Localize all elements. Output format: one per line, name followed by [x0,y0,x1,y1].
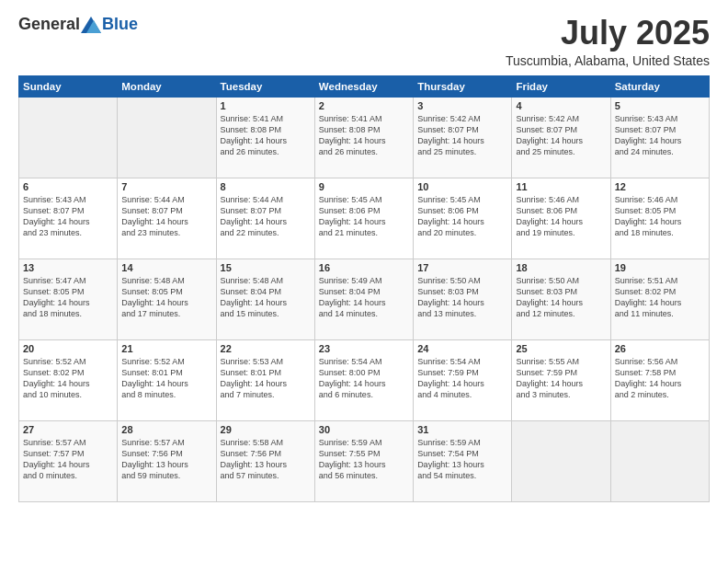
calendar-table: Sunday Monday Tuesday Wednesday Thursday… [18,75,710,502]
day-content: Sunrise: 5:42 AM Sunset: 8:07 PM Dayligh… [417,113,507,158]
table-row: 8Sunrise: 5:44 AM Sunset: 8:07 PM Daylig… [216,178,314,259]
day-content: Sunrise: 5:41 AM Sunset: 8:08 PM Dayligh… [221,113,311,158]
day-number: 14 [121,262,211,273]
table-row: 26Sunrise: 5:56 AM Sunset: 7:58 PM Dayli… [610,339,709,420]
day-number: 4 [516,100,606,111]
day-number: 12 [615,181,705,192]
table-row [512,420,610,501]
month-title: July 2025 [506,15,710,52]
day-number: 13 [23,262,113,273]
day-number: 20 [23,343,113,354]
calendar-week-row: 27Sunrise: 5:57 AM Sunset: 7:57 PM Dayli… [19,420,710,501]
day-number: 31 [417,424,507,435]
day-content: Sunrise: 5:49 AM Sunset: 8:04 PM Dayligh… [319,275,409,320]
logo-general-text: General [18,15,80,34]
calendar-header-row: Sunday Monday Tuesday Wednesday Thursday… [19,75,710,97]
day-number: 29 [221,424,311,435]
day-number: 24 [417,343,507,354]
day-content: Sunrise: 5:58 AM Sunset: 7:56 PM Dayligh… [221,437,311,482]
logo-icon [81,17,101,33]
header-tuesday: Tuesday [216,75,314,97]
header-sunday: Sunday [19,75,118,97]
table-row: 19Sunrise: 5:51 AM Sunset: 8:02 PM Dayli… [610,259,709,339]
day-content: Sunrise: 5:52 AM Sunset: 8:02 PM Dayligh… [23,356,113,401]
table-row: 5Sunrise: 5:43 AM Sunset: 8:07 PM Daylig… [610,97,709,178]
header-wednesday: Wednesday [314,75,413,97]
table-row [118,97,216,178]
day-number: 2 [319,100,409,111]
day-content: Sunrise: 5:45 AM Sunset: 8:06 PM Dayligh… [417,194,507,239]
day-number: 21 [121,343,211,354]
day-content: Sunrise: 5:47 AM Sunset: 8:05 PM Dayligh… [23,275,113,320]
header-thursday: Thursday [414,75,512,97]
day-content: Sunrise: 5:59 AM Sunset: 7:54 PM Dayligh… [417,437,507,482]
day-content: Sunrise: 5:48 AM Sunset: 8:04 PM Dayligh… [221,275,311,320]
table-row: 25Sunrise: 5:55 AM Sunset: 7:59 PM Dayli… [512,339,610,420]
day-content: Sunrise: 5:45 AM Sunset: 8:06 PM Dayligh… [319,194,409,239]
table-row: 30Sunrise: 5:59 AM Sunset: 7:55 PM Dayli… [314,420,413,501]
day-number: 8 [221,181,311,192]
calendar-week-row: 6Sunrise: 5:43 AM Sunset: 8:07 PM Daylig… [19,178,710,259]
day-number: 16 [319,262,409,273]
header-friday: Friday [512,75,610,97]
day-content: Sunrise: 5:57 AM Sunset: 7:56 PM Dayligh… [121,437,211,482]
table-row: 2Sunrise: 5:41 AM Sunset: 8:08 PM Daylig… [314,97,413,178]
day-content: Sunrise: 5:44 AM Sunset: 8:07 PM Dayligh… [221,194,311,239]
day-number: 6 [23,181,113,192]
day-content: Sunrise: 5:43 AM Sunset: 8:07 PM Dayligh… [615,113,705,158]
day-number: 10 [417,181,507,192]
day-number: 30 [319,424,409,435]
table-row: 9Sunrise: 5:45 AM Sunset: 8:06 PM Daylig… [314,178,413,259]
logo: General Blue [18,15,138,34]
day-content: Sunrise: 5:46 AM Sunset: 8:05 PM Dayligh… [615,194,705,239]
table-row: 14Sunrise: 5:48 AM Sunset: 8:05 PM Dayli… [118,259,216,339]
calendar-week-row: 20Sunrise: 5:52 AM Sunset: 8:02 PM Dayli… [19,339,710,420]
logo-blue-text: Blue [102,15,138,34]
table-row: 24Sunrise: 5:54 AM Sunset: 7:59 PM Dayli… [414,339,512,420]
day-number: 26 [615,343,705,354]
day-content: Sunrise: 5:54 AM Sunset: 7:59 PM Dayligh… [417,356,507,401]
day-number: 5 [615,100,705,111]
table-row: 15Sunrise: 5:48 AM Sunset: 8:04 PM Dayli… [216,259,314,339]
day-content: Sunrise: 5:43 AM Sunset: 8:07 PM Dayligh… [23,194,113,239]
day-content: Sunrise: 5:53 AM Sunset: 8:01 PM Dayligh… [221,356,311,401]
table-row [19,97,118,178]
day-number: 18 [516,262,606,273]
day-number: 17 [417,262,507,273]
day-content: Sunrise: 5:54 AM Sunset: 8:00 PM Dayligh… [319,356,409,401]
day-content: Sunrise: 5:57 AM Sunset: 7:57 PM Dayligh… [23,437,113,482]
day-content: Sunrise: 5:42 AM Sunset: 8:07 PM Dayligh… [516,113,606,158]
day-number: 3 [417,100,507,111]
table-row: 28Sunrise: 5:57 AM Sunset: 7:56 PM Dayli… [118,420,216,501]
calendar-week-row: 1Sunrise: 5:41 AM Sunset: 8:08 PM Daylig… [19,97,710,178]
day-content: Sunrise: 5:46 AM Sunset: 8:06 PM Dayligh… [516,194,606,239]
location: Tuscumbia, Alabama, United States [506,53,710,68]
day-number: 25 [516,343,606,354]
day-content: Sunrise: 5:50 AM Sunset: 8:03 PM Dayligh… [516,275,606,320]
day-number: 22 [221,343,311,354]
table-row: 21Sunrise: 5:52 AM Sunset: 8:01 PM Dayli… [118,339,216,420]
day-content: Sunrise: 5:50 AM Sunset: 8:03 PM Dayligh… [417,275,507,320]
day-content: Sunrise: 5:51 AM Sunset: 8:02 PM Dayligh… [615,275,705,320]
table-row: 22Sunrise: 5:53 AM Sunset: 8:01 PM Dayli… [216,339,314,420]
title-block: July 2025 Tuscumbia, Alabama, United Sta… [506,15,710,68]
day-number: 11 [516,181,606,192]
day-content: Sunrise: 5:44 AM Sunset: 8:07 PM Dayligh… [121,194,211,239]
table-row [610,420,709,501]
table-row: 10Sunrise: 5:45 AM Sunset: 8:06 PM Dayli… [414,178,512,259]
table-row: 12Sunrise: 5:46 AM Sunset: 8:05 PM Dayli… [610,178,709,259]
day-content: Sunrise: 5:52 AM Sunset: 8:01 PM Dayligh… [121,356,211,401]
header: General Blue July 2025 Tuscumbia, Alabam… [18,15,710,68]
table-row: 7Sunrise: 5:44 AM Sunset: 8:07 PM Daylig… [118,178,216,259]
calendar-week-row: 13Sunrise: 5:47 AM Sunset: 8:05 PM Dayli… [19,259,710,339]
table-row: 13Sunrise: 5:47 AM Sunset: 8:05 PM Dayli… [19,259,118,339]
table-row: 27Sunrise: 5:57 AM Sunset: 7:57 PM Dayli… [19,420,118,501]
table-row: 18Sunrise: 5:50 AM Sunset: 8:03 PM Dayli… [512,259,610,339]
day-number: 7 [121,181,211,192]
table-row: 4Sunrise: 5:42 AM Sunset: 8:07 PM Daylig… [512,97,610,178]
day-number: 23 [319,343,409,354]
day-content: Sunrise: 5:55 AM Sunset: 7:59 PM Dayligh… [516,356,606,401]
table-row: 3Sunrise: 5:42 AM Sunset: 8:07 PM Daylig… [414,97,512,178]
header-saturday: Saturday [610,75,709,97]
table-row: 16Sunrise: 5:49 AM Sunset: 8:04 PM Dayli… [314,259,413,339]
